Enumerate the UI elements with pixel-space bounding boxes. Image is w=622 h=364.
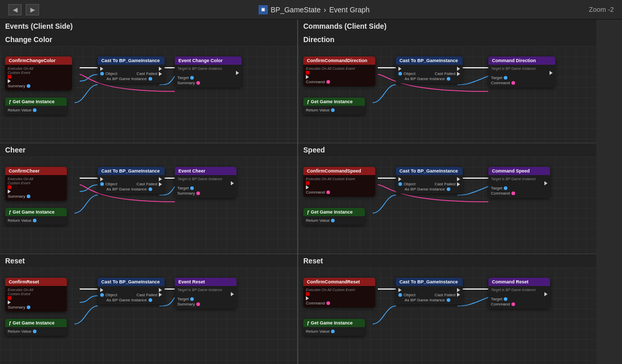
- node-cast-bp-3[interactable]: Cast To BP_GameInstance Object Cast Fail…: [98, 278, 164, 304]
- graph-speed[interactable]: ConfirmCommandSpeed Executes On All Cust…: [298, 157, 596, 253]
- section-reset-left: Reset ConfirmReset Executes On Al: [0, 254, 297, 364]
- node-cast-bp-2[interactable]: Cast To BP_GameInstance Object Cast Fail…: [98, 167, 164, 194]
- right-panel-title: Commands (Client Side): [298, 20, 596, 33]
- node-event-change-color[interactable]: Event Change Color Target is BP Game Ins…: [175, 56, 242, 87]
- back-button[interactable]: ◀: [8, 4, 22, 15]
- node-cast-bp-5[interactable]: Cast To BP_GameInstance Object Cast Fail…: [396, 167, 463, 194]
- node-cast-bp-6[interactable]: Cast To BP_GameInstance Object Cast Fail…: [396, 278, 463, 304]
- section-cheer: Cheer ConfirmCheer Exe: [0, 143, 297, 254]
- node-confirm-cheer[interactable]: ConfirmCheer Executes On All Custom Even…: [5, 167, 67, 201]
- right-panel: Commands (Client Side) Direction Confir: [298, 20, 596, 364]
- zoom-level: Zoom -2: [589, 6, 614, 13]
- node-event-reset[interactable]: Event Reset Target is BP Game Instance T…: [175, 278, 236, 309]
- node-confirm-cmd-reset[interactable]: ConfirmCommandReset Executes On All Cust…: [303, 278, 375, 308]
- section-title-change-color: Change Color: [0, 33, 297, 46]
- node-cast-bp-4[interactable]: Cast To BP_GameInstance Object Cast Fail…: [396, 56, 463, 83]
- graph-change-color[interactable]: ConfirmChangeColor Executes On All Custo…: [0, 46, 297, 143]
- section-title-cheer: Cheer: [0, 143, 297, 157]
- node-cmd-direction[interactable]: Command Direction Target is BP Game Inst…: [488, 56, 555, 87]
- node-get-game-instance-4[interactable]: ƒ Get Game Instance Return Value: [303, 98, 365, 114]
- nav-buttons[interactable]: ◀ ▶: [8, 4, 39, 15]
- node-get-game-instance-3[interactable]: ƒ Get Game Instance Return Value: [5, 319, 67, 336]
- node-confirm-change-color[interactable]: ConfirmChangeColor Executes On All Custo…: [5, 56, 72, 90]
- section-change-color: Change Color: [0, 33, 297, 143]
- main-content: Events (Client Side) Change Color: [0, 20, 622, 364]
- separator: ›: [324, 6, 326, 14]
- section-direction: Direction ConfirmCommandDirection: [298, 33, 596, 143]
- left-panel-title: Events (Client Side): [0, 20, 297, 33]
- node-get-game-instance-2[interactable]: ƒ Get Game Instance Return Value: [5, 208, 67, 225]
- section-title-speed: Speed: [298, 143, 596, 157]
- node-confirm-cmd-dir[interactable]: ConfirmCommandDirection Executes On All …: [303, 56, 375, 86]
- section-title-direction: Direction: [298, 33, 596, 46]
- section-speed: Speed ConfirmCommandSpeed Execute: [298, 143, 596, 254]
- node-get-game-instance-6[interactable]: ƒ Get Game Instance Return Value: [303, 319, 365, 336]
- forward-button[interactable]: ▶: [26, 4, 39, 15]
- graph-reset-left[interactable]: ConfirmReset Executes On All Custom Even…: [0, 267, 297, 364]
- node-event-cheer[interactable]: Event Cheer Target is BP Game Instance T…: [175, 167, 236, 198]
- node-get-game-instance-5[interactable]: ƒ Get Game Instance Return Value: [303, 208, 365, 225]
- section-title-reset-right: Reset: [298, 254, 596, 267]
- graph-reset-right[interactable]: ConfirmCommandReset Executes On All Cust…: [298, 267, 596, 364]
- node-cmd-reset[interactable]: Command Reset Target is BP Game Instance…: [488, 278, 550, 309]
- graph-direction[interactable]: ConfirmCommandDirection Executes On All …: [298, 46, 596, 143]
- topbar: ◀ ▶ ▣ BP_GameState › Event Graph Zoom -2: [0, 0, 622, 20]
- section-title-reset-left: Reset: [0, 254, 297, 267]
- graph-name: Event Graph: [329, 6, 370, 14]
- left-panel: Events (Client Side) Change Color: [0, 20, 298, 364]
- node-cast-bp-1[interactable]: Cast To BP_GameInstance Object Cast Fail…: [98, 56, 164, 83]
- graph-cheer[interactable]: ConfirmCheer Executes On All Custom Even…: [0, 157, 297, 253]
- node-cmd-speed[interactable]: Command Speed Target is BP Game Instance…: [488, 167, 550, 198]
- section-reset-right: Reset ConfirmCommandReset Executes On Al…: [298, 254, 596, 364]
- node-confirm-reset[interactable]: ConfirmReset Executes On All Custom Even…: [5, 278, 67, 312]
- blueprint-icon: ▣: [259, 5, 268, 14]
- blueprint-name: BP_GameState: [271, 6, 321, 14]
- node-get-game-instance-1[interactable]: ƒ Get Game Instance Return Value: [5, 98, 67, 114]
- node-confirm-cmd-speed[interactable]: ConfirmCommandSpeed Executes On All Cust…: [303, 167, 375, 197]
- breadcrumb: ▣ BP_GameState › Event Graph: [259, 5, 370, 14]
